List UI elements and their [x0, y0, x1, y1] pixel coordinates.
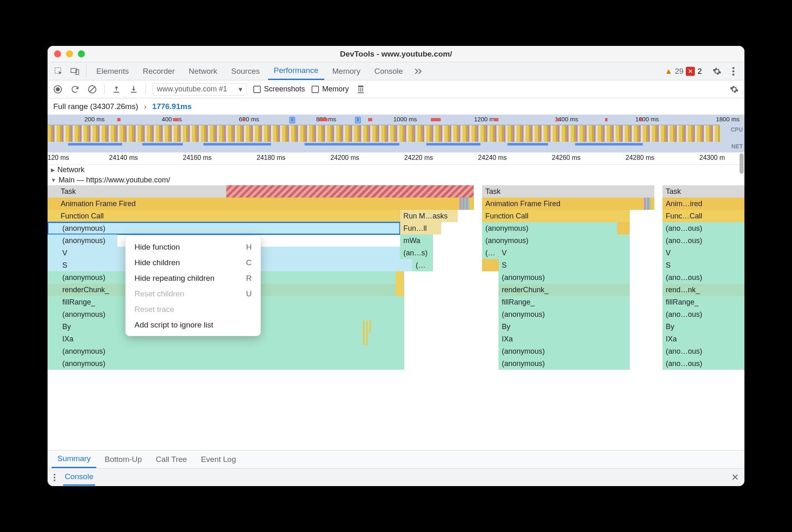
tab-sources[interactable]: Sources — [225, 62, 266, 80]
inspect-icon[interactable] — [52, 62, 66, 80]
detail-tab-calltree[interactable]: Call Tree — [150, 450, 193, 468]
flame-mwa[interactable]: mWa — [400, 234, 433, 247]
download-icon[interactable] — [128, 84, 139, 95]
detail-tab-bottomup[interactable]: Bottom-Up — [99, 450, 148, 468]
context-menu-hide-children[interactable]: Hide childrenC — [125, 255, 261, 271]
svg-rect-2 — [76, 70, 79, 75]
context-menu-ignore-list[interactable]: Add script to ignore list — [125, 317, 261, 333]
flame-anonymous[interactable]: (anonymous) — [482, 234, 630, 247]
detail-tabs: Summary Bottom-Up Call Tree Event Log — [48, 450, 744, 468]
flame-s[interactable]: S — [498, 259, 630, 271]
close-window-button[interactable] — [54, 50, 61, 57]
flame-s[interactable]: S — [662, 259, 744, 271]
overview-marker-pause[interactable]: II — [355, 117, 361, 123]
flame-anonymous[interactable]: (anonymous) — [498, 357, 630, 370]
tab-network[interactable]: Network — [183, 62, 223, 80]
record-button[interactable] — [52, 84, 63, 95]
flame-paren[interactable]: (… — [482, 247, 498, 259]
garbage-collect-icon[interactable] — [355, 84, 366, 95]
upload-icon[interactable] — [111, 84, 122, 95]
network-track-header[interactable]: ▶ Network — [48, 165, 744, 175]
tab-elements[interactable]: Elements — [91, 62, 134, 80]
flame-anonymous[interactable]: (anonymous) — [48, 357, 404, 370]
flame-function-call[interactable]: Func…Call — [662, 210, 744, 222]
settings-gear-icon[interactable] — [710, 62, 724, 80]
flame-renderchunk[interactable]: rend…nk_ — [662, 284, 744, 296]
warnings-badge[interactable]: ▲ 29 — [665, 62, 683, 80]
flame-funll[interactable]: Fun…ll — [400, 222, 441, 234]
flame-anonymous[interactable]: (ano…ous) — [662, 345, 744, 357]
flame-anonymous[interactable]: (ano…ous) — [662, 308, 744, 321]
overview-net — [48, 143, 724, 146]
flame-function-call[interactable]: Function Call — [482, 210, 630, 222]
flame-by[interactable]: By — [498, 321, 630, 333]
titlebar: DevTools - www.youtube.com/ — [48, 46, 744, 62]
full-range-label[interactable]: Full range (34307.26ms) — [53, 102, 138, 111]
flame-animation-frame[interactable]: Anim…ired — [662, 198, 744, 210]
tab-performance[interactable]: Performance — [268, 62, 324, 80]
drawer-kebab-icon[interactable] — [53, 473, 56, 482]
context-menu-hide-function[interactable]: Hide functionH — [125, 239, 261, 255]
memory-checkbox[interactable]: Memory — [312, 85, 349, 93]
main-track-header[interactable]: ▼ Main — https://www.youtube.com/ — [48, 175, 744, 185]
vertical-scrollbar[interactable] — [740, 153, 744, 174]
flame-paren[interactable]: (… — [412, 259, 433, 271]
errors-badge[interactable]: ✕ 2 — [686, 62, 702, 80]
tab-recorder[interactable]: Recorder — [137, 62, 180, 80]
detail-tab-eventlog[interactable]: Event Log — [195, 450, 242, 468]
flame-by[interactable]: By — [662, 321, 744, 333]
timeline-overview[interactable]: 200 ms400 ms600 ms800 ms1000 ms1200 ms14… — [48, 115, 744, 152]
flame-ixa[interactable]: IXa — [498, 333, 630, 345]
flame-anonymous[interactable]: (ano…ous) — [662, 234, 744, 247]
flame-anonymous[interactable]: (anonymous) — [482, 222, 617, 234]
detail-tab-summary[interactable]: Summary — [52, 450, 96, 468]
flame-stub[interactable] — [617, 222, 630, 234]
flame-stub[interactable] — [482, 259, 498, 271]
flame-anonymous[interactable]: (anonymous) — [498, 271, 630, 284]
screenshots-checkbox[interactable]: Screenshots — [253, 85, 305, 93]
flame-ixa[interactable]: IXa — [662, 333, 744, 345]
kebab-menu-icon[interactable] — [726, 62, 740, 80]
flame-chart[interactable]: Task Animation Frame Fired Function Call… — [48, 185, 744, 450]
flame-animation-frame[interactable]: Animation Frame Fired — [48, 198, 474, 210]
close-drawer-icon[interactable]: ✕ — [731, 472, 739, 483]
flame-function-call[interactable]: Function Call — [48, 210, 400, 222]
device-toggle-icon[interactable] — [68, 62, 82, 80]
drawer-tab-console[interactable]: Console — [63, 469, 95, 486]
tab-memory[interactable]: Memory — [327, 62, 366, 80]
more-tabs-icon[interactable] — [411, 62, 425, 80]
error-icon: ✕ — [686, 67, 695, 76]
expand-icon: ▶ — [51, 167, 55, 173]
flame-anonymous[interactable]: (ano…ous) — [662, 271, 744, 284]
svg-point-10 — [54, 474, 55, 475]
capture-settings-icon[interactable] — [729, 84, 740, 95]
flame-task[interactable]: Task — [48, 185, 474, 198]
flame-anonymous-selected[interactable]: (anonymous) — [48, 222, 400, 234]
reload-record-button[interactable] — [70, 84, 80, 95]
flame-anonymous[interactable]: (anonymous) — [48, 234, 117, 247]
flame-anonymous[interactable]: (ano…ous) — [662, 357, 744, 370]
warnings-count: 29 — [675, 67, 683, 76]
flame-ans[interactable]: (an…s) — [400, 247, 433, 259]
flame-fillrange[interactable]: fillRange_ — [662, 296, 744, 308]
flame-anonymous[interactable]: (anonymous) — [48, 345, 404, 357]
flame-renderchunk[interactable]: renderChunk_ — [498, 284, 630, 296]
selected-range-label[interactable]: 1776.91ms — [152, 102, 191, 111]
flame-v[interactable]: V — [662, 247, 744, 259]
flame-run-microtasks[interactable]: Run M…asks — [400, 210, 457, 222]
minimize-window-button[interactable] — [66, 50, 73, 57]
tab-console[interactable]: Console — [369, 62, 409, 80]
clear-button[interactable] — [87, 84, 98, 95]
maximize-window-button[interactable] — [78, 50, 85, 57]
recording-selector[interactable]: www.youtube.com #1 ▾ — [152, 83, 247, 95]
flame-task[interactable]: Task — [482, 185, 654, 198]
flame-anonymous[interactable]: (anonymous) — [498, 308, 630, 321]
flame-animation-frame[interactable]: Animation Frame Fired — [482, 198, 654, 210]
flame-task[interactable]: Task — [662, 185, 744, 198]
flame-v[interactable]: V — [498, 247, 630, 259]
flame-anonymous[interactable]: (ano…ous) — [662, 222, 744, 234]
context-menu-hide-repeating[interactable]: Hide repeating childrenR — [125, 271, 261, 286]
flame-anonymous[interactable]: (anonymous) — [498, 345, 630, 357]
flame-fillrange[interactable]: fillRange_ — [498, 296, 630, 308]
overview-marker-pause[interactable]: II — [289, 117, 295, 123]
